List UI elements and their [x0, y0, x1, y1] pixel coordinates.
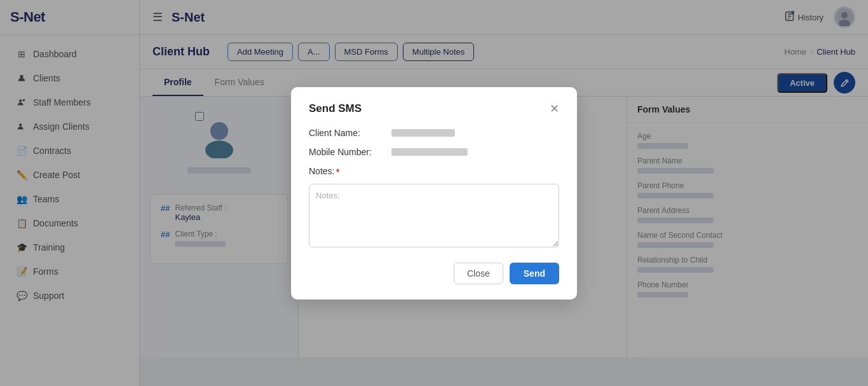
send-sms-modal: Send SMS ✕ Client Name: Mobile Number: N… [291, 87, 577, 300]
modal-overlay: Send SMS ✕ Client Name: Mobile Number: N… [0, 0, 868, 386]
modal-close-button[interactable]: ✕ [550, 103, 559, 114]
mobile-number-value [391, 148, 468, 156]
mobile-number-label: Mobile Number: [309, 147, 391, 157]
modal-actions: Close Send [309, 263, 559, 284]
modal-header: Send SMS ✕ [309, 102, 559, 115]
close-button[interactable]: Close [454, 263, 503, 284]
send-button[interactable]: Send [510, 263, 559, 284]
client-name-field: Client Name: [309, 128, 559, 138]
client-name-value [391, 129, 455, 137]
modal-title: Send SMS [309, 102, 362, 115]
mobile-number-field: Mobile Number: [309, 147, 559, 157]
notes-field-label: Notes: [309, 166, 334, 176]
notes-textarea[interactable] [309, 184, 559, 247]
required-indicator: * [336, 167, 339, 179]
client-name-label: Client Name: [309, 128, 391, 138]
